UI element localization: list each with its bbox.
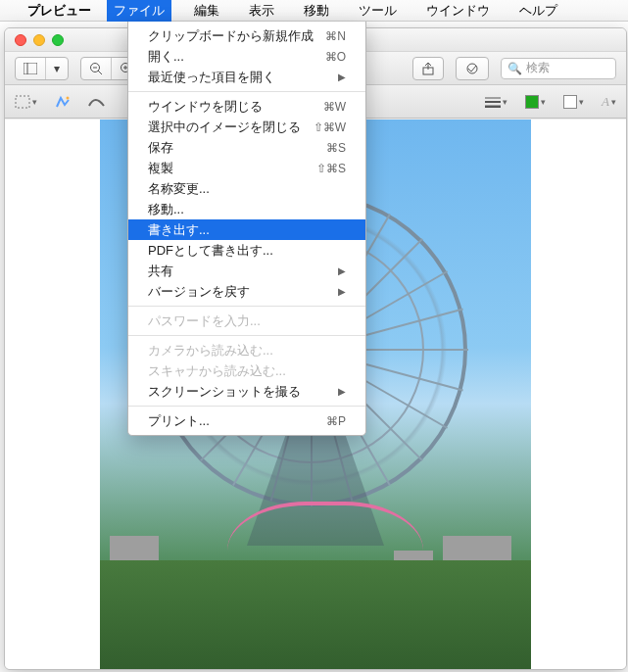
menu-item-label: ウインドウを閉じる bbox=[148, 98, 263, 116]
menu-item: パスワードを入力... bbox=[128, 311, 365, 331]
menu-item-label: プリント... bbox=[148, 412, 210, 430]
svg-line-3 bbox=[98, 71, 102, 74]
sidebar-icon bbox=[16, 58, 46, 79]
menu-file[interactable]: ファイル bbox=[107, 0, 171, 22]
menu-shortcut: ⇧⌘S bbox=[316, 162, 346, 175]
menu-item-label: 最近使った項目を開く bbox=[148, 69, 275, 86]
search-field[interactable]: 🔍 検索 bbox=[501, 58, 616, 79]
instant-alpha-tool[interactable] bbox=[55, 95, 71, 109]
window-close-button[interactable] bbox=[15, 34, 26, 46]
menu-item[interactable]: クリップボードから新規作成⌘N bbox=[128, 25, 365, 46]
menu-item[interactable]: スクリーンショットを撮る▶ bbox=[128, 381, 365, 402]
selection-tool[interactable]: ▾ bbox=[15, 95, 37, 109]
menu-item[interactable]: PDFとして書き出す... bbox=[128, 240, 365, 261]
submenu-arrow-icon: ▶ bbox=[338, 265, 346, 276]
system-menubar: プレビュー ファイル 編集 表示 移動 ツール ウインドウ ヘルプ bbox=[0, 0, 628, 22]
menu-item[interactable]: バージョンを戻す▶ bbox=[128, 281, 365, 302]
menu-item-label: クリップボードから新規作成 bbox=[148, 27, 314, 45]
menu-tools[interactable]: ツール bbox=[352, 0, 404, 22]
menu-item[interactable]: 選択中のイメージを閉じる⇧⌘W bbox=[128, 117, 365, 137]
menu-edit[interactable]: 編集 bbox=[187, 0, 226, 22]
menu-shortcut: ⌘W bbox=[323, 100, 346, 114]
share-button[interactable] bbox=[412, 57, 444, 80]
color-swatch-green bbox=[525, 95, 539, 109]
share-icon bbox=[413, 58, 443, 79]
menu-separator bbox=[128, 306, 365, 307]
menu-item[interactable]: プリント...⌘P bbox=[128, 410, 365, 431]
markup-button[interactable] bbox=[456, 57, 489, 80]
menu-item[interactable]: 移動... bbox=[128, 199, 365, 219]
svg-point-13 bbox=[67, 96, 70, 99]
menu-help[interactable]: ヘルプ bbox=[512, 0, 564, 22]
zoom-out-button[interactable] bbox=[81, 58, 112, 79]
menu-item-label: バージョンを戻す bbox=[148, 283, 250, 301]
app-name[interactable]: プレビュー bbox=[27, 2, 91, 20]
menu-item-label: 書き出す... bbox=[148, 221, 210, 239]
sketch-tool[interactable] bbox=[88, 95, 106, 109]
menu-item[interactable]: 書き出す... bbox=[128, 219, 365, 240]
menu-item-label: カメラから読み込む... bbox=[148, 342, 273, 360]
window-zoom-button[interactable] bbox=[52, 34, 64, 46]
menu-item-label: パスワードを入力... bbox=[148, 312, 261, 330]
svg-rect-12 bbox=[16, 96, 29, 108]
submenu-arrow-icon: ▶ bbox=[338, 386, 346, 397]
menu-item[interactable]: 共有▶ bbox=[128, 261, 365, 281]
menu-shortcut: ⌘N bbox=[325, 29, 346, 43]
sidebar-toggle[interactable]: ▾ bbox=[15, 57, 69, 80]
chevron-down-icon: ▾ bbox=[46, 58, 68, 79]
menu-item-label: スクリーンショットを撮る bbox=[148, 383, 301, 401]
menu-item-label: 選択中のイメージを閉じる bbox=[148, 119, 301, 136]
window-minimize-button[interactable] bbox=[33, 34, 45, 46]
markup-icon bbox=[457, 58, 488, 79]
submenu-arrow-icon: ▶ bbox=[338, 72, 346, 82]
menu-item-label: PDFとして書き出す... bbox=[148, 242, 273, 260]
menu-item[interactable]: 名称変更... bbox=[128, 178, 365, 199]
menu-item[interactable]: ウインドウを閉じる⌘W bbox=[128, 96, 365, 117]
menu-shortcut: ⌘S bbox=[326, 141, 346, 155]
menu-shortcut: ⌘P bbox=[326, 414, 346, 428]
menu-item-label: 名称変更... bbox=[148, 180, 210, 198]
search-icon: 🔍 bbox=[507, 62, 522, 75]
menu-go[interactable]: 移動 bbox=[297, 0, 336, 22]
color-swatch-white bbox=[563, 95, 577, 109]
fill-color[interactable]: ▾ bbox=[563, 95, 584, 109]
menu-item: カメラから読み込む... bbox=[128, 340, 365, 360]
submenu-arrow-icon: ▶ bbox=[338, 286, 346, 297]
menu-window[interactable]: ウインドウ bbox=[419, 0, 497, 22]
menu-separator bbox=[128, 91, 365, 92]
svg-rect-0 bbox=[24, 63, 37, 74]
menu-shortcut: ⌘O bbox=[325, 50, 346, 64]
menu-item[interactable]: 最近使った項目を開く▶ bbox=[128, 67, 365, 87]
menu-separator bbox=[128, 406, 365, 407]
menu-item-label: 共有 bbox=[148, 263, 173, 280]
menu-item[interactable]: 開く...⌘O bbox=[128, 46, 365, 67]
search-placeholder: 検索 bbox=[526, 60, 550, 76]
menu-shortcut: ⇧⌘W bbox=[314, 120, 346, 134]
menu-item: スキャナから読み込む... bbox=[128, 360, 365, 381]
menu-item[interactable]: 保存⌘S bbox=[128, 137, 365, 158]
menu-separator bbox=[128, 335, 365, 336]
border-style[interactable]: ▾ bbox=[485, 96, 507, 108]
menu-item-label: 開く... bbox=[148, 48, 184, 66]
menu-item-label: 保存 bbox=[148, 139, 173, 157]
text-style[interactable]: A▾ bbox=[602, 94, 616, 110]
menu-view[interactable]: 表示 bbox=[242, 0, 281, 22]
menu-item-label: スキャナから読み込む... bbox=[148, 362, 286, 380]
menu-item[interactable]: 複製⇧⌘S bbox=[128, 158, 365, 178]
file-menu-dropdown: クリップボードから新規作成⌘N開く...⌘O最近使った項目を開く▶ウインドウを閉… bbox=[127, 22, 366, 436]
border-color[interactable]: ▾ bbox=[525, 95, 546, 109]
menu-item-label: 移動... bbox=[148, 201, 184, 218]
menu-item-label: 複製 bbox=[148, 160, 173, 177]
